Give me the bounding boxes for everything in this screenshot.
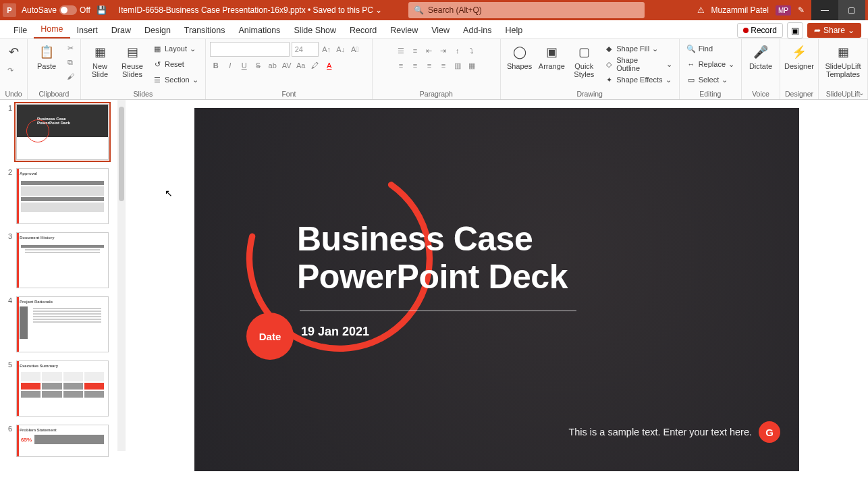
thumb-row-6[interactable]: 6 Problem Statement65% [7,425,119,457]
font-size-select[interactable] [292,42,319,57]
shape-fill-button[interactable]: ◆Shape Fill ⌄ [601,42,674,55]
section-button[interactable]: ☰Section ⌄ [150,73,201,86]
convert-smartart-button[interactable]: ▦ [466,59,478,72]
reuse-slides-button[interactable]: ▤Reuse Slides [117,42,147,80]
share-button[interactable]: ➦ Share ⌄ [807,23,861,38]
thumbnail-panel[interactable]: 1 Business CasePowerPoint Deck 2 Approva… [0,100,126,482]
highlight-button[interactable]: 🖍 [309,59,321,72]
cut-button[interactable]: ✂ [64,42,76,54]
record-button[interactable]: Record [737,23,783,38]
shape-effects-button[interactable]: ✦Shape Effects ⌄ [601,73,674,86]
date-value[interactable]: 19 Jan 2021 [301,325,369,339]
increase-indent-button[interactable]: ⇥ [437,45,450,57]
pen-icon[interactable]: ✎ [798,5,805,15]
present-button[interactable]: ▣ [787,22,803,38]
align-left-button[interactable]: ≡ [395,59,407,72]
font-color-button[interactable]: A [323,59,335,72]
tab-addins[interactable]: Add-ins [456,22,498,38]
tab-draw[interactable]: Draw [105,22,138,38]
find-button[interactable]: 🔍Find [684,42,737,55]
dictate-button[interactable]: 🎤Dictate [746,42,776,72]
italic-button[interactable]: I [224,59,236,72]
reset-button[interactable]: ↺Reset [150,57,201,71]
thumb-row-5[interactable]: 5 Executive Summary [7,360,119,417]
align-center-button[interactable]: ≡ [409,59,421,72]
change-case-button[interactable]: Aa [295,59,307,72]
tab-review[interactable]: Review [383,22,425,38]
select-button[interactable]: ▭Select ⌄ [684,73,737,86]
ribbon-collapse-button[interactable]: ⌄ [859,89,864,97]
slide-thumbnail-1[interactable]: Business CasePowerPoint Deck [16,104,109,160]
slideuplift-button[interactable]: ▦SlideUpLift Templates [823,42,863,80]
numbering-button[interactable]: ≡ [409,45,421,57]
clear-formatting-button[interactable]: Aͯ [349,43,361,55]
shape-outline-button[interactable]: ◇Shape Outline ⌄ [601,57,674,71]
autosave-toggle[interactable]: AutoSave Off [22,5,90,15]
designer-button[interactable]: ⚡Designer [784,42,814,72]
slide-main[interactable]: Business Case PowerPoint Deck Date 19 Ja… [194,108,799,471]
increase-font-button[interactable]: A↑ [321,43,333,55]
sample-text[interactable]: This is a sample text. Enter your text h… [568,427,752,437]
shadow-button[interactable]: ab [267,59,279,72]
redo-button[interactable]: ↷ [4,64,16,76]
paste-button[interactable]: 📋Paste [32,42,61,72]
toggle-icon[interactable] [59,5,77,15]
tab-design[interactable]: Design [138,22,178,38]
columns-button[interactable]: ▥ [452,59,464,72]
thumb-row-3[interactable]: 3 Document History [7,232,119,288]
shapes-button[interactable]: ◯Shapes [505,42,535,72]
line-spacing-button[interactable]: ↕ [452,45,464,57]
user-initials[interactable]: MP [776,5,791,16]
search-input[interactable]: 🔍 Search (Alt+Q) [408,2,645,18]
quick-styles-button[interactable]: ▢Quick Styles [569,42,599,80]
slide-thumbnail-6[interactable]: Problem Statement65% [16,425,109,457]
tab-file[interactable]: File [7,22,34,38]
font-family-select[interactable] [210,42,290,57]
slide-thumbnail-5[interactable]: Executive Summary [16,360,109,417]
undo-button[interactable]: ↶ [4,42,23,62]
decrease-font-button[interactable]: A↓ [335,43,347,55]
user-name[interactable]: Muzammil Patel [711,5,769,15]
save-icon[interactable]: 💾 [96,4,108,16]
slide-thumbnail-3[interactable]: Document History [16,232,109,288]
slide-thumbnail-2[interactable]: Approval [16,168,109,224]
date-badge[interactable]: Date [246,313,294,360]
slide-canvas-area[interactable]: ↖ Business Case PowerPoint Deck Date 19 … [126,100,868,482]
underline-button[interactable]: U [238,59,250,72]
arrange-button[interactable]: ▣Arrange [537,42,566,72]
new-slide-button[interactable]: ▦New Slide [85,42,115,80]
minimize-button[interactable]: — [811,0,838,20]
justify-button[interactable]: ≡ [437,59,450,72]
char-spacing-button[interactable]: AV [281,59,293,72]
group-label-drawing: Drawing [576,90,603,98]
reuse-slides-icon: ▤ [124,43,141,61]
file-name[interactable]: ItemID-6658-Business Case Presentation-1… [119,5,382,15]
powerpoint-logo-icon: P [3,3,16,17]
tab-slideshow[interactable]: Slide Show [287,22,343,38]
tab-insert[interactable]: Insert [70,22,105,38]
format-painter-button[interactable]: 🖌 [64,70,76,82]
tab-transitions[interactable]: Transitions [178,22,232,38]
text-direction-button[interactable]: ⤵ [466,45,478,57]
decrease-indent-button[interactable]: ⇤ [423,45,435,57]
tab-help[interactable]: Help [498,22,529,38]
tab-home[interactable]: Home [34,21,70,38]
thumb-row-1[interactable]: 1 Business CasePowerPoint Deck [7,104,119,160]
tab-animations[interactable]: Animations [232,22,288,38]
strikethrough-button[interactable]: S̶ [252,59,265,72]
thumb-row-4[interactable]: 4 Project Rationale [7,296,119,352]
slide-thumbnail-4[interactable]: Project Rationale [16,296,109,352]
align-right-button[interactable]: ≡ [423,59,435,72]
tab-record[interactable]: Record [343,22,383,38]
thumb-row-2[interactable]: 2 Approval [7,168,119,224]
bold-button[interactable]: B [210,59,222,72]
slide-title[interactable]: Business Case PowerPoint Deck [297,220,568,296]
copy-button[interactable]: ⧉ [64,56,76,68]
thumbnail-scrollbar[interactable] [117,100,126,451]
layout-button[interactable]: ▦Layout ⌄ [150,42,201,55]
bullets-button[interactable]: ☰ [395,45,407,57]
replace-button[interactable]: ↔Replace ⌄ [684,57,737,71]
tab-view[interactable]: View [425,22,456,38]
thumb-number: 5 [7,360,12,369]
maximize-button[interactable]: ▢ [838,0,865,20]
